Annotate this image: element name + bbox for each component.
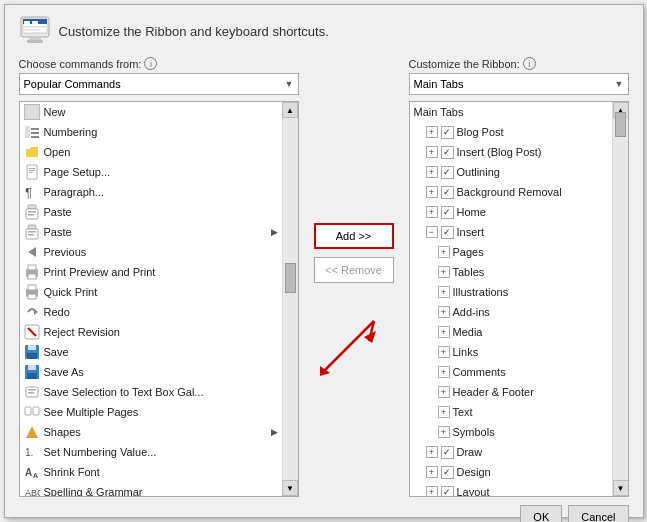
command-item-savesel[interactable]: Save Selection to Text Box Gal... bbox=[20, 382, 282, 402]
expand-links[interactable]: + bbox=[438, 346, 450, 358]
new-icon bbox=[24, 104, 40, 120]
command-item-quickprint[interactable]: Quick Print bbox=[20, 282, 282, 302]
check-outlining[interactable] bbox=[441, 166, 454, 179]
left-dropdown[interactable]: Popular Commands ▼ bbox=[19, 73, 299, 95]
expand-draw[interactable]: + bbox=[426, 446, 438, 458]
command-item-paste2[interactable]: Paste ▶ bbox=[20, 222, 282, 242]
svg-rect-5 bbox=[24, 26, 46, 28]
expand-headerfooter[interactable]: + bbox=[438, 386, 450, 398]
command-item-print[interactable]: Print Preview and Print bbox=[20, 262, 282, 282]
command-item-redo[interactable]: Redo bbox=[20, 302, 282, 322]
ribbon-home[interactable]: + Home bbox=[410, 202, 612, 222]
ribbon-text[interactable]: + Text bbox=[410, 402, 612, 422]
ribbon-scroll-down[interactable]: ▼ bbox=[613, 480, 629, 496]
check-design[interactable] bbox=[441, 466, 454, 479]
svg-rect-7 bbox=[29, 37, 41, 40]
left-info-icon[interactable]: i bbox=[144, 57, 157, 70]
expand-home[interactable]: + bbox=[426, 206, 438, 218]
svg-rect-47 bbox=[33, 407, 39, 415]
expand-design[interactable]: + bbox=[426, 466, 438, 478]
command-item-shrinkfont[interactable]: AA Shrink Font bbox=[20, 462, 282, 482]
command-item-shapes[interactable]: Shapes ▶ bbox=[20, 422, 282, 442]
right-dropdown[interactable]: Main Tabs ▼ bbox=[409, 73, 629, 95]
expand-illustrations[interactable]: + bbox=[438, 286, 450, 298]
ribbon-design[interactable]: + Design bbox=[410, 462, 612, 482]
expand-text[interactable]: + bbox=[438, 406, 450, 418]
command-item-setnumber[interactable]: 1. Set Numbering Value... bbox=[20, 442, 282, 462]
quickprint-icon bbox=[24, 284, 40, 300]
ribbon-scrollbar[interactable]: ▲ ▼ bbox=[612, 102, 628, 496]
command-item-new[interactable]: New bbox=[20, 102, 282, 122]
check-draw[interactable] bbox=[441, 446, 454, 459]
expand-insertblogpost[interactable]: + bbox=[426, 146, 438, 158]
expand-layout[interactable]: + bbox=[426, 486, 438, 497]
ribbon-addins[interactable]: + Add-ins bbox=[410, 302, 612, 322]
ribbon-media[interactable]: + Media bbox=[410, 322, 612, 342]
ribbon-scroll-thumb[interactable] bbox=[615, 112, 626, 137]
svg-rect-26 bbox=[28, 234, 34, 236]
check-home[interactable] bbox=[441, 206, 454, 219]
shapes-arrow: ▶ bbox=[271, 427, 278, 437]
command-item-pagesetup[interactable]: Page Setup... bbox=[20, 162, 282, 182]
svg-rect-10 bbox=[31, 128, 39, 130]
expand-outlining[interactable]: + bbox=[426, 166, 438, 178]
check-insertblogpost[interactable] bbox=[441, 146, 454, 159]
command-item-reject[interactable]: Reject Revision bbox=[20, 322, 282, 342]
right-info-icon[interactable]: i bbox=[523, 57, 536, 70]
remove-button[interactable]: << Remove bbox=[314, 257, 394, 283]
expand-media[interactable]: + bbox=[438, 326, 450, 338]
ribbon-insert[interactable]: − Insert bbox=[410, 222, 612, 242]
ribbon-bgremoval[interactable]: + Background Removal bbox=[410, 182, 612, 202]
expand-tables[interactable]: + bbox=[438, 266, 450, 278]
check-layout[interactable] bbox=[441, 486, 454, 498]
svg-rect-9 bbox=[25, 126, 30, 138]
command-item-paragraph[interactable]: ¶ Paragraph... bbox=[20, 182, 282, 202]
ribbon-headerfooter[interactable]: + Header & Footer bbox=[410, 382, 612, 402]
scroll-thumb[interactable] bbox=[285, 263, 296, 293]
expand-addins[interactable]: + bbox=[438, 306, 450, 318]
check-blogpost[interactable] bbox=[441, 126, 454, 139]
expand-symbols[interactable]: + bbox=[438, 426, 450, 438]
expand-bgremoval[interactable]: + bbox=[426, 186, 438, 198]
ribbon-illustrations[interactable]: + Illustrations bbox=[410, 282, 612, 302]
check-bgremoval[interactable] bbox=[441, 186, 454, 199]
command-item-numbering[interactable]: Numbering bbox=[20, 122, 282, 142]
command-item-open[interactable]: Open bbox=[20, 142, 282, 162]
ribbon-blogpost[interactable]: + Blog Post bbox=[410, 122, 612, 142]
svg-rect-22 bbox=[28, 214, 34, 216]
command-item-saveas[interactable]: Save As bbox=[20, 362, 282, 382]
ribbon-draw[interactable]: + Draw bbox=[410, 442, 612, 462]
ribbon-comments[interactable]: + Comments bbox=[410, 362, 612, 382]
svg-rect-21 bbox=[28, 211, 36, 213]
ribbon-insertblogpost[interactable]: + Insert (Blog Post) bbox=[410, 142, 612, 162]
command-item-previous[interactable]: Previous bbox=[20, 242, 282, 262]
expand-blogpost[interactable]: + bbox=[426, 126, 438, 138]
add-button[interactable]: Add >> bbox=[314, 223, 394, 249]
expand-comments[interactable]: + bbox=[438, 366, 450, 378]
ribbon-layout[interactable]: + Layout bbox=[410, 482, 612, 497]
right-panel: Customize the Ribbon: i Main Tabs ▼ Main… bbox=[409, 57, 629, 497]
ribbon-outlining[interactable]: + Outlining bbox=[410, 162, 612, 182]
previous-icon bbox=[24, 244, 40, 260]
ribbon-list[interactable]: Main Tabs + Blog Post + Insert (Blog Pos… bbox=[409, 101, 629, 497]
cancel-button[interactable]: Cancel bbox=[568, 505, 628, 522]
ribbon-maintabs[interactable]: Main Tabs bbox=[410, 102, 612, 122]
command-item-save[interactable]: Save bbox=[20, 342, 282, 362]
scroll-up[interactable]: ▲ bbox=[282, 102, 298, 118]
ribbon-pages[interactable]: + Pages bbox=[410, 242, 612, 262]
command-item-seepages[interactable]: See Multiple Pages bbox=[20, 402, 282, 422]
shrinkfont-icon: AA bbox=[24, 464, 40, 480]
commands-scrollbar[interactable]: ▲ ▼ bbox=[282, 102, 298, 496]
ok-button[interactable]: OK bbox=[520, 505, 562, 522]
ribbon-symbols[interactable]: + Symbols bbox=[410, 422, 612, 442]
check-insert[interactable] bbox=[441, 226, 454, 239]
scroll-down[interactable]: ▼ bbox=[282, 480, 298, 496]
svg-rect-42 bbox=[27, 373, 37, 379]
expand-insert[interactable]: − bbox=[426, 226, 438, 238]
command-item-spelling[interactable]: ABC Spelling & Grammar bbox=[20, 482, 282, 497]
ribbon-tables[interactable]: + Tables bbox=[410, 262, 612, 282]
expand-pages[interactable]: + bbox=[438, 246, 450, 258]
command-item-paste1[interactable]: Paste bbox=[20, 202, 282, 222]
commands-list[interactable]: New Numbering Open bbox=[19, 101, 299, 497]
ribbon-links[interactable]: + Links bbox=[410, 342, 612, 362]
